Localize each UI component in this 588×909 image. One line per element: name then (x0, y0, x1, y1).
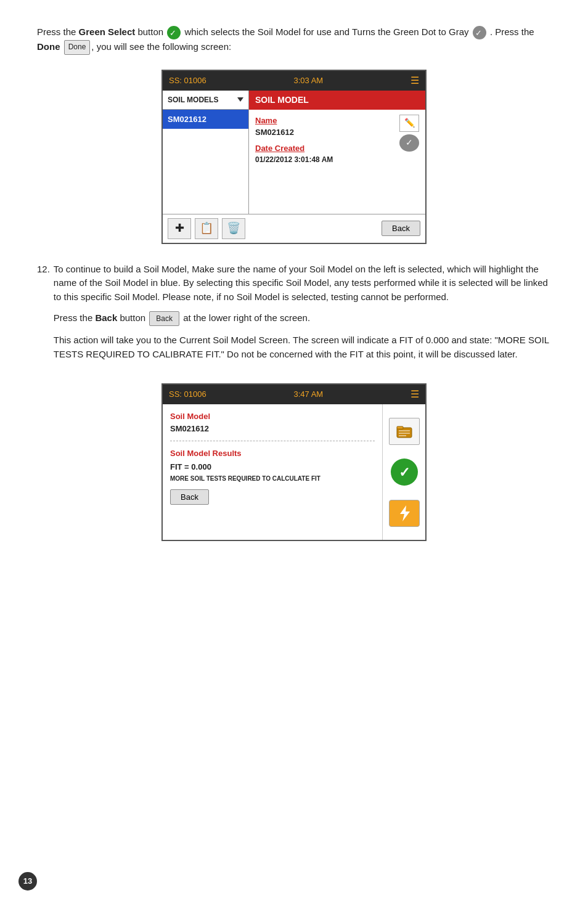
name-field-row: Name SM021612 Date Created 01/22/2012 3:… (255, 115, 419, 169)
soil-models-header: SOIL MODELS (163, 91, 248, 110)
screen2-header: SS: 01006 3:47 AM ☰ (163, 385, 425, 404)
name-field-data: Name SM021612 Date Created 01/22/2012 3:… (255, 115, 394, 169)
lightning-icon (398, 504, 411, 523)
screen2-divider (170, 441, 375, 441)
step12-item: 12. To continue to build a Soil Model, M… (37, 263, 551, 372)
step12-number: 12. (37, 263, 50, 372)
screen2-mockup: SS: 01006 3:47 AM ☰ Soil Model SM021612 … (161, 383, 427, 541)
name-value: SM021612 (255, 126, 394, 139)
screen1-right-panel: SOIL MODEL Name SM021612 Date Created 01… (249, 91, 425, 214)
svg-marker-5 (400, 505, 410, 521)
press-back-text-before: Press the (54, 312, 96, 323)
screen1-body: SOIL MODELS SM021612 SOIL MODEL Name SM0… (163, 91, 425, 214)
delete-icon-button[interactable]: 🗑️ (222, 218, 245, 239)
screen2-time: 3:47 AM (294, 388, 324, 401)
action-icons: ✏️ ✓ (399, 115, 419, 152)
done-button-inline[interactable]: Done (64, 40, 91, 54)
screen2-right-col: ✓ (382, 404, 425, 540)
screen2-soil-model-name: SM021612 (170, 423, 375, 435)
intro-text-button: button (137, 26, 166, 37)
screen1-left-panel: SOIL MODELS SM021612 (163, 91, 249, 214)
intro-paragraph: Press the Green SelectPress the button w… (37, 25, 551, 55)
step12-text: To continue to build a Soil Model, Make … (54, 263, 551, 304)
screen2-left-col: Soil Model SM021612 Soil Model Results F… (163, 404, 382, 540)
back-button-inline[interactable]: Back (149, 311, 179, 326)
screen2-header-id: SS: 01006 (169, 388, 206, 401)
soil-model-panel-body: Name SM021612 Date Created 01/22/2012 3:… (249, 110, 425, 174)
intro-text-before-done: . Press the (490, 26, 534, 37)
screen2-menu-icon: ☰ (410, 387, 419, 402)
check-icon-button[interactable]: ✓ (399, 134, 419, 152)
press-back-text-middle: button (117, 312, 145, 323)
screen2-body: Soil Model SM021612 Soil Model Results F… (163, 404, 425, 540)
done-word: Done (37, 41, 60, 52)
intro-text-before: Press the (37, 26, 79, 37)
menu-icon: ☰ (410, 73, 419, 88)
press-back-text-after: at the lower right of the screen. (183, 312, 310, 323)
lightning-icon-button[interactable] (389, 500, 420, 527)
press-back-line: Press the Back button Back at the lower … (54, 311, 551, 326)
add-icon-button[interactable]: ✚ (168, 218, 191, 239)
copy-icon-button[interactable]: 📋 (195, 218, 218, 239)
intro-text-end: , you will see the following screen: (91, 41, 231, 52)
screen1-footer: ✚ 📋 🗑️ Back (163, 214, 425, 243)
dropdown-arrow-icon[interactable] (237, 97, 243, 102)
body-text: This action will take you to the Current… (54, 333, 551, 361)
press-back-bold: Back (95, 312, 117, 323)
date-value: 01/22/2012 3:01:48 AM (255, 154, 394, 165)
intro-text-done-btn (60, 41, 63, 52)
svg-rect-2 (399, 430, 410, 431)
screen1-header: SS: 01006 3:03 AM ☰ (163, 71, 425, 91)
green-check-icon-button[interactable]: ✓ (391, 459, 418, 486)
soil-models-title: SOIL MODELS (168, 94, 218, 105)
green-select-label: Green Select (79, 26, 136, 37)
green-check-icon (167, 26, 181, 39)
page-number: 13 (18, 872, 37, 891)
screen1-time: 3:03 AM (294, 75, 324, 87)
screen2-results-label: Soil Model Results (170, 447, 375, 460)
screen1-header-id: SS: 01006 (169, 75, 206, 87)
folder-icon (396, 424, 413, 439)
fit-label: FIT = (170, 462, 189, 471)
svg-rect-4 (399, 435, 406, 436)
name-label: Name (255, 115, 394, 127)
svg-rect-3 (399, 433, 410, 434)
step12-content: To continue to build a Soil Model, Make … (54, 263, 551, 372)
svg-rect-1 (397, 426, 403, 429)
screen2-fit-value: FIT = 0.000 (170, 461, 375, 473)
screen1-mockup: SS: 01006 3:03 AM ☰ SOIL MODELS SM021612… (161, 70, 427, 244)
back-button-screen1[interactable]: Back (382, 221, 420, 236)
screen2-soil-model-label: Soil Model (170, 410, 375, 423)
edit-icon-button[interactable]: ✏️ (399, 115, 419, 132)
intro-text-middle: which selects the Soil Model for use and… (184, 26, 468, 37)
fit-number: 0.000 (191, 462, 211, 471)
back-button-screen2[interactable]: Back (170, 489, 209, 505)
date-label: Date Created (255, 142, 394, 155)
folder-icon-button[interactable] (389, 418, 420, 445)
gray-check-icon (473, 26, 486, 39)
screen2-fit-warning: MORE SOIL TESTS REQUIRED TO CALCULATE FI… (170, 474, 375, 483)
soil-model-list-item[interactable]: SM021612 (163, 110, 248, 129)
soil-model-panel-title: SOIL MODEL (249, 91, 425, 110)
